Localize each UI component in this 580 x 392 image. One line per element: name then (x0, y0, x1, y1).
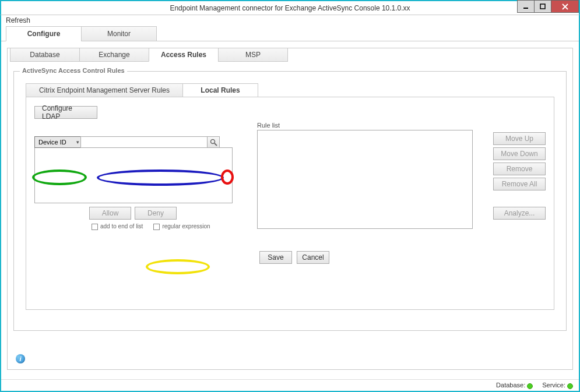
svg-line-5 (215, 143, 217, 146)
rule-list-listbox[interactable] (257, 130, 473, 229)
tab-configure[interactable]: Configure (6, 26, 82, 41)
cancel-button[interactable]: Cancel (297, 251, 329, 264)
analyze-label: Analyze... (504, 209, 535, 217)
tab-access-rules[interactable]: Access Rules (149, 48, 219, 62)
status-database: Database: (496, 382, 533, 389)
tab-exchange[interactable]: Exchange (79, 48, 149, 62)
tab-access-rules-label: Access Rules (161, 51, 206, 59)
close-icon (562, 3, 568, 10)
status-database-label: Database: (496, 382, 525, 389)
maximize-icon (540, 3, 546, 9)
chevron-down-icon: ▾ (76, 139, 79, 145)
add-to-end-checkbox[interactable] (92, 224, 98, 230)
tab-local-rules[interactable]: Local Rules (182, 83, 258, 97)
scope-dropdown[interactable]: Device ID ▾ (34, 136, 81, 148)
allow-button-label: Allow (102, 209, 119, 217)
scope-dropdown-value: Device ID (38, 139, 66, 146)
minimize-icon (523, 3, 529, 9)
tab-database[interactable]: Database (10, 48, 80, 62)
move-up-label: Move Up (505, 135, 533, 143)
allow-button[interactable]: Allow (89, 207, 131, 220)
search-results-listbox[interactable] (34, 147, 233, 203)
window-titlebar: Endpoint Management connector for Exchan… (0, 0, 580, 15)
groupbox-title: ActiveSync Access Control Rules (20, 67, 127, 74)
deny-button[interactable]: Deny (135, 207, 177, 220)
move-down-label: Move Down (501, 150, 537, 158)
info-icon-glyph: i (19, 355, 21, 362)
tab-exchange-label: Exchange (99, 51, 129, 59)
tab-configure-label: Configure (27, 30, 61, 38)
window-title: Endpoint Management connector for Exchan… (170, 4, 410, 12)
remove-label: Remove (507, 165, 533, 173)
tab-server-rules[interactable]: Citrix Endpoint Management Server Rules (26, 83, 183, 97)
status-bar: Database: Service: (1, 379, 579, 391)
configure-ldap-button[interactable]: Configure LDAP (34, 106, 97, 119)
save-button-label: Save (268, 253, 283, 262)
close-button[interactable] (551, 0, 579, 13)
regex-label: regular expression (162, 223, 210, 229)
tab-local-rules-label: Local Rules (201, 86, 240, 94)
svg-rect-1 (540, 4, 545, 9)
maximize-button[interactable] (534, 0, 551, 13)
secondary-tabstrip: Database Exchange Access Rules MSP (8, 48, 572, 62)
remove-all-button[interactable]: Remove All (493, 178, 546, 190)
tab-database-label: Database (30, 51, 59, 59)
move-down-button[interactable]: Move Down (493, 147, 546, 160)
tab-msp[interactable]: MSP (218, 48, 288, 62)
local-rules-panel: Configure LDAP Device ID ▾ (26, 97, 554, 310)
remove-all-label: Remove All (502, 180, 537, 188)
primary-tabstrip: Configure Monitor (1, 26, 579, 41)
move-up-button[interactable]: Move Up (493, 132, 546, 145)
regex-checkbox-row[interactable]: regular expression (153, 223, 210, 230)
remove-button[interactable]: Remove (493, 163, 546, 175)
window-controls (518, 0, 579, 13)
search-button[interactable] (207, 136, 220, 148)
status-service-label: Service: (542, 382, 565, 389)
status-service: Service: (542, 382, 573, 389)
database-status-dot (527, 383, 533, 389)
cancel-button-label: Cancel (302, 253, 324, 262)
service-status-dot (567, 383, 573, 389)
save-button[interactable]: Save (259, 251, 292, 264)
tab-monitor-label: Monitor (107, 30, 131, 38)
rule-list-label: Rule list (257, 122, 473, 129)
tab-msp-label: MSP (245, 51, 261, 59)
access-control-groupbox: ActiveSync Access Control Rules Citrix E… (13, 71, 567, 331)
tab-monitor[interactable]: Monitor (81, 26, 157, 41)
configure-ldap-label: Configure LDAP (42, 104, 90, 121)
tab-server-rules-label: Citrix Endpoint Management Server Rules (39, 86, 170, 94)
minimize-button[interactable] (517, 0, 535, 13)
refresh-menu[interactable]: Refresh (6, 16, 30, 24)
analyze-button[interactable]: Analyze... (493, 207, 546, 220)
search-icon (210, 139, 217, 146)
regex-checkbox[interactable] (153, 224, 160, 230)
rules-tabstrip: Citrix Endpoint Management Server Rules … (26, 83, 566, 97)
svg-point-4 (210, 139, 215, 143)
deny-button-label: Deny (147, 209, 164, 217)
add-to-end-label: add to end of list (100, 223, 143, 229)
search-input[interactable] (80, 136, 208, 148)
info-icon[interactable]: i (16, 354, 25, 363)
add-to-end-checkbox-row[interactable]: add to end of list (92, 223, 143, 230)
